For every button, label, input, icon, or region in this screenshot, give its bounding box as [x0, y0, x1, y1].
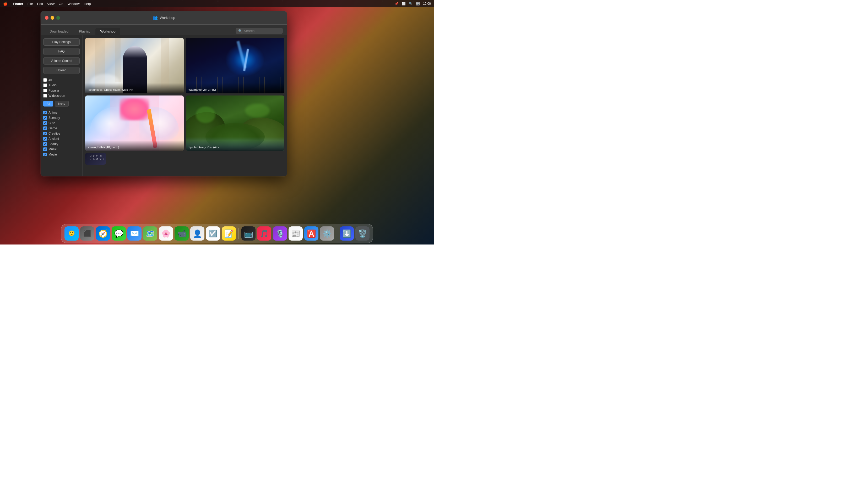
card-label-2: Waeframe Volt 3 (4K) [186, 83, 284, 93]
cat-anime-checkbox[interactable] [43, 111, 47, 114]
cat-creative[interactable]: Creative [43, 132, 80, 135]
dock-maps[interactable]: 🗺️ [143, 226, 157, 240]
search-icon: 🔍 [238, 29, 242, 33]
dock-launchpad[interactable]: ⬛ [80, 226, 94, 240]
wallpaper-card-4[interactable]: Spirited Away Rive (4K) [186, 95, 284, 151]
dock-reminders[interactable]: ☑️ [206, 226, 220, 240]
search-input[interactable] [244, 29, 280, 33]
dock-notes[interactable]: 📝 [222, 226, 236, 240]
wallpaper-card-2[interactable]: Waeframe Volt 3 (4K) [186, 38, 284, 93]
traffic-lights [41, 16, 60, 20]
menu-view[interactable]: View [47, 2, 55, 6]
dock-photos[interactable]: 🌸 [159, 226, 173, 240]
cat-music-checkbox[interactable] [43, 147, 47, 151]
cat-scenery-checkbox[interactable] [43, 116, 47, 120]
menu-go[interactable]: Go [59, 2, 63, 6]
apple-logo-icon[interactable]: 🍎 [3, 2, 8, 6]
wallpaper-grid: Iceprincess, Ghost Blade, Wlop (4K) Waef… [83, 35, 287, 176]
filter-popular-checkbox[interactable] [43, 89, 47, 92]
dock-system-preferences[interactable]: ⚙️ [320, 226, 334, 240]
filter-popular[interactable]: Popular [43, 89, 80, 92]
window-title: 👥 Workshop [153, 15, 175, 20]
menu-bar-pin-icon: 📌 [395, 2, 399, 5]
card-label-4: Spirited Away Rive (4K) [186, 140, 284, 151]
volume-control-button[interactable]: Volume Control [43, 57, 80, 64]
close-button[interactable] [45, 16, 49, 20]
menu-file[interactable]: File [28, 2, 33, 6]
card-label-3: Zaosu, Bilibili (4K, Loop) [85, 140, 184, 151]
menu-bar-search-icon[interactable]: 🔍 [409, 2, 413, 5]
dock-contacts[interactable]: 👤 [190, 226, 205, 240]
menu-bar-right: 📌 ⬜ 🔍 🎛️ 12:00 [395, 2, 431, 5]
dock-downloads[interactable]: ⬇️ [340, 226, 354, 240]
cat-ancient[interactable]: Ancient [43, 137, 80, 141]
search-bar: 🔍 [236, 28, 283, 34]
wallpaper-card-3[interactable]: Zaosu, Bilibili (4K, Loop) [85, 95, 184, 151]
filter-audio-checkbox[interactable] [43, 83, 47, 87]
dock-podcasts[interactable]: 🎙️ [273, 226, 287, 240]
wallpaper-card-1[interactable]: Iceprincess, Ghost Blade, Wlop (4K) [85, 38, 184, 93]
minimize-button[interactable] [51, 16, 54, 20]
cat-game-checkbox[interactable] [43, 126, 47, 130]
menu-bar-time: 12:00 [423, 2, 431, 5]
cat-game[interactable]: Game [43, 126, 80, 130]
dock-appstore[interactable]: 🅰️ [304, 226, 318, 240]
dock-separator-2 [337, 228, 337, 239]
dock-news[interactable]: 📰 [288, 226, 303, 240]
dock-mail[interactable]: ✉️ [127, 226, 142, 240]
filter-widescreen-checkbox[interactable] [43, 94, 47, 97]
category-checkboxes: Anime Scenery Cute Game Creative [43, 111, 80, 156]
cat-beauty[interactable]: Beauty [43, 142, 80, 146]
cat-beauty-checkbox[interactable] [43, 142, 47, 146]
dock-music[interactable]: 🎵 [257, 226, 271, 240]
filter-4k[interactable]: 4K [43, 78, 80, 82]
menu-help[interactable]: Help [84, 2, 91, 6]
menu-bar-left: 🍎 Finder File Edit View Go Window Help [3, 2, 91, 6]
dock-separator [239, 228, 239, 239]
filter-checkboxes: 4K Audio Popular Widescreen [43, 78, 80, 97]
faq-button[interactable]: FAQ [43, 48, 80, 55]
filter-widescreen[interactable]: Widescreen [43, 94, 80, 97]
filter-audio[interactable]: Audio [43, 83, 80, 87]
maximize-button[interactable] [56, 16, 60, 20]
dock: 🙂 ⬛ 🧭 💬 ✉️ 🗺️ 🌸 📹 👤 ☑️ 📝 📺 🎵 🎙️ 📰 [61, 224, 373, 243]
dock-finder[interactable]: 🙂 [64, 226, 79, 240]
cat-ancient-checkbox[interactable] [43, 137, 47, 141]
app-window: 👥 Workshop Downloaded Playlist Workshop … [41, 11, 287, 176]
main-body: Play Settings FAQ Volume Control Upload … [41, 35, 287, 176]
tab-playlist[interactable]: Playlist [74, 28, 94, 35]
wallpaper-card-5[interactable]: SPY × FAMILY [85, 153, 106, 165]
cat-cute[interactable]: Cute [43, 121, 80, 125]
menu-bar-screen-icon: ⬜ [402, 2, 406, 5]
tab-downloaded[interactable]: Downloaded [45, 28, 73, 35]
menu-bar: 🍎 Finder File Edit View Go Window Help 📌… [0, 0, 434, 7]
title-bar: 👥 Workshop [41, 11, 287, 25]
none-button[interactable]: None [55, 101, 68, 107]
menu-bar-control-icon[interactable]: 🎛️ [416, 2, 420, 5]
upload-button[interactable]: Upload [43, 67, 80, 74]
cat-movie[interactable]: Movie [43, 153, 80, 156]
tab-workshop[interactable]: Workshop [95, 28, 120, 35]
menu-edit[interactable]: Edit [37, 2, 43, 6]
dock-trash[interactable]: 🗑️ [355, 226, 370, 240]
cat-cute-checkbox[interactable] [43, 121, 47, 125]
dock-appletv[interactable]: 📺 [241, 226, 255, 240]
play-settings-button[interactable]: Play Settings [43, 38, 80, 46]
dock-facetime[interactable]: 📹 [175, 226, 189, 240]
cat-scenery[interactable]: Scenery [43, 116, 80, 120]
svg-text:🙂: 🙂 [68, 230, 75, 236]
menu-finder[interactable]: Finder [13, 2, 23, 6]
dock-safari[interactable]: 🧭 [96, 226, 110, 240]
card-label-1: Iceprincess, Ghost Blade, Wlop (4K) [85, 83, 184, 93]
window-title-text: Workshop [160, 16, 175, 20]
dock-messages[interactable]: 💬 [112, 226, 126, 240]
filter-4k-checkbox[interactable] [43, 78, 47, 82]
cat-creative-checkbox[interactable] [43, 132, 47, 135]
all-none-buttons: All None [43, 101, 80, 107]
all-button[interactable]: All [43, 101, 53, 107]
cat-movie-checkbox[interactable] [43, 153, 47, 156]
tabs-container: Downloaded Playlist Workshop [45, 28, 120, 35]
cat-anime[interactable]: Anime [43, 111, 80, 114]
menu-window[interactable]: Window [67, 2, 80, 6]
cat-music[interactable]: Music [43, 147, 80, 151]
